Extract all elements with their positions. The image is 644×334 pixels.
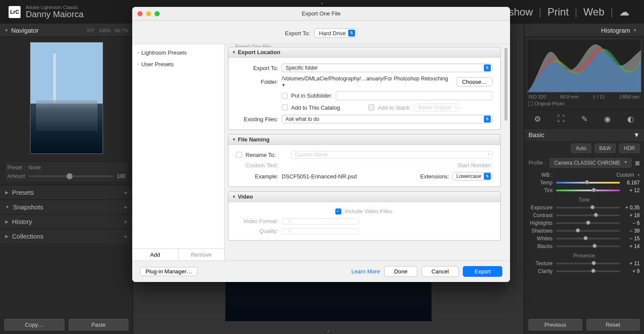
done-button[interactable]: Done [384, 266, 417, 277]
export-to-label: Export To: [236, 65, 278, 71]
section-export-location: ▼Export Location Export To: Specific fol… [228, 47, 501, 130]
window-controls[interactable] [137, 11, 160, 16]
custom-text-label: Custom Text: [236, 162, 278, 169]
preset-group-lightroom[interactable]: ›Lightroom Presets [132, 47, 224, 58]
preset-group-user[interactable]: ›User Presets [132, 58, 224, 70]
add-catalog-label: Add to This Catalog [291, 104, 340, 111]
select-arrows-icon: ⇅ [484, 173, 491, 180]
rename-checkbox[interactable] [236, 152, 242, 158]
chevron-icon: ⇅ [487, 153, 491, 157]
chevron-icon: ⇅ [288, 219, 292, 224]
dialog-footer: Plug-in Manager… Learn More Done Cancel … [132, 260, 510, 282]
extensions-select[interactable]: Lowercase⇅ [453, 172, 492, 181]
preset-add-button[interactable]: Add [132, 249, 179, 260]
section-header[interactable]: ▼File Naming [228, 135, 500, 145]
section-header[interactable]: ▼Video [228, 192, 500, 202]
disclosure-icon: ▼ [232, 194, 236, 199]
video-format-select: ⇅ [282, 218, 359, 224]
chevron-icon: ⇅ [288, 229, 292, 233]
video-quality-select: ⇅ [282, 228, 359, 234]
scrollbar[interactable] [504, 48, 507, 121]
stack-position-select: Below Original⇅ [414, 104, 459, 111]
preset-remove-button[interactable]: Remove [179, 249, 225, 260]
add-stack-label: Add to Stack: [378, 104, 411, 111]
chevron-right-icon: › [137, 50, 139, 55]
close-window-icon[interactable] [137, 11, 143, 16]
disclosure-icon: ▼ [232, 50, 236, 55]
settings-pane: ▼Export Location Export To: Specific fol… [225, 44, 510, 260]
folder-label: Folder: [236, 79, 278, 85]
minimize-window-icon[interactable] [146, 11, 151, 16]
learn-more-link[interactable]: Learn More [351, 268, 380, 275]
rename-template-select: Custom Name⇅ [291, 151, 492, 159]
export-to-select[interactable]: Hard Drive⇅ [314, 28, 357, 38]
select-arrows-icon: ⇅ [348, 30, 355, 37]
chevron-right-icon: › [137, 62, 139, 67]
folder-path[interactable]: /Volumes/DMLaCie/Photography/…anuary/For… [282, 76, 453, 88]
select-arrows-icon: ⇅ [484, 64, 491, 71]
extensions-label: Extensions: [420, 173, 449, 180]
add-catalog-checkbox[interactable] [282, 104, 288, 110]
dialog-title: Export One File [302, 10, 340, 17]
choose-folder-button[interactable]: Choose… [456, 77, 492, 86]
chevron-down-icon[interactable]: ▼ [282, 83, 286, 87]
export-dialog: Export One File Export To: Hard Drive⇅ P… [132, 7, 510, 282]
example-label: Example: [236, 173, 278, 180]
subfolder-checkbox[interactable] [282, 93, 288, 99]
subfolder-input[interactable] [336, 91, 492, 100]
export-location-select[interactable]: Specific folder⇅ [282, 64, 492, 72]
cancel-button[interactable]: Cancel [422, 266, 459, 277]
include-video-label: Include Video Files: [345, 208, 393, 214]
zoom-window-icon[interactable] [155, 11, 160, 16]
plugin-manager-button[interactable]: Plug-in Manager… [140, 267, 197, 276]
video-quality-label: Quality: [236, 228, 278, 234]
example-value: DSCF5051-Enhanced-NR.psd [282, 173, 357, 180]
existing-files-select[interactable]: Ask what to do⇅ [282, 115, 492, 123]
section-header[interactable]: ▼Export Location [228, 47, 500, 58]
select-arrows-icon: ⇅ [484, 116, 491, 123]
add-stack-checkbox [368, 104, 374, 110]
export-to-label: Export To: [285, 30, 310, 37]
video-format-label: Video Format: [236, 218, 278, 224]
start-number-label: Start Number: [458, 162, 492, 169]
preset-pane: ›Lightroom Presets ›User Presets Add Rem… [132, 44, 225, 260]
existing-files-label: Existing Files: [236, 116, 278, 123]
include-video-checkbox [335, 208, 341, 214]
dialog-titlebar[interactable]: Export One File [132, 7, 510, 21]
subfolder-label: Put in Subfolder: [291, 92, 332, 99]
chevron-icon: ⇅ [454, 105, 458, 110]
disclosure-icon: ▼ [232, 137, 236, 142]
section-file-naming: ▼File Naming Rename To: Custom Name⇅ Cus… [228, 134, 501, 187]
export-button[interactable]: Export [463, 266, 502, 277]
rename-label: Rename To: [246, 152, 276, 158]
section-video: ▼Video Include Video Files: Video Format… [228, 191, 501, 241]
modal-backdrop: Export One File Export To: Hard Drive⇅ P… [0, 0, 644, 334]
